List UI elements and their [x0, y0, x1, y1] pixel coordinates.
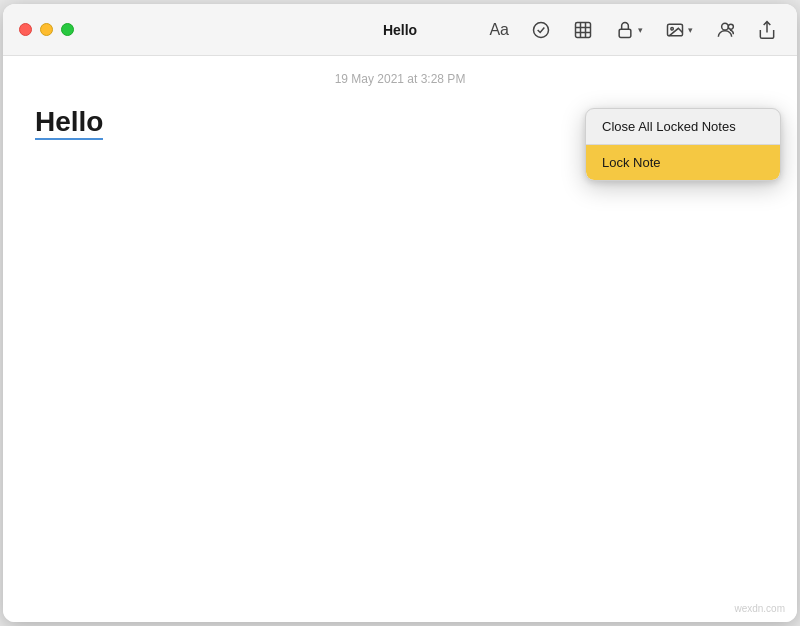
media-icon: [665, 20, 685, 40]
toolbar-right: Aa: [485, 16, 781, 44]
close-button[interactable]: [19, 23, 32, 36]
app-window: Hello Aa: [3, 4, 797, 622]
close-all-locked-notes-item[interactable]: Close All Locked Notes: [586, 109, 780, 144]
collaborate-icon: [715, 20, 735, 40]
lock-icon: [615, 20, 635, 40]
collaborate-button[interactable]: [711, 16, 739, 44]
checklist-icon: [531, 20, 551, 40]
svg-point-9: [722, 23, 729, 30]
titlebar: Hello Aa: [3, 4, 797, 56]
maximize-button[interactable]: [61, 23, 74, 36]
svg-rect-6: [619, 29, 631, 37]
lock-dropdown-button[interactable]: ▾: [611, 16, 647, 44]
media-chevron-icon: ▾: [688, 25, 693, 35]
share-icon: [757, 20, 777, 40]
svg-point-10: [728, 24, 733, 29]
lock-dropdown-popup: Close All Locked Notes Lock Note: [585, 108, 781, 181]
minimize-button[interactable]: [40, 23, 53, 36]
traffic-lights: [19, 23, 74, 36]
note-date: 19 May 2021 at 3:28 PM: [35, 72, 765, 86]
lock-note-item[interactable]: Lock Note: [586, 145, 780, 180]
table-icon: [573, 20, 593, 40]
media-dropdown-button[interactable]: ▾: [661, 16, 697, 44]
svg-point-8: [671, 27, 674, 30]
content-area: 19 May 2021 at 3:28 PM Hello Close All L…: [3, 56, 797, 622]
svg-rect-1: [576, 22, 591, 37]
aa-label: Aa: [489, 21, 509, 39]
lock-chevron-icon: ▾: [638, 25, 643, 35]
share-button[interactable]: [753, 16, 781, 44]
note-title[interactable]: Hello: [35, 106, 103, 140]
watermark: wexdn.com: [734, 603, 785, 614]
checklist-button[interactable]: [527, 16, 555, 44]
window-title: Hello: [383, 22, 417, 38]
format-button[interactable]: Aa: [485, 17, 513, 43]
svg-point-0: [534, 22, 549, 37]
table-button[interactable]: [569, 16, 597, 44]
